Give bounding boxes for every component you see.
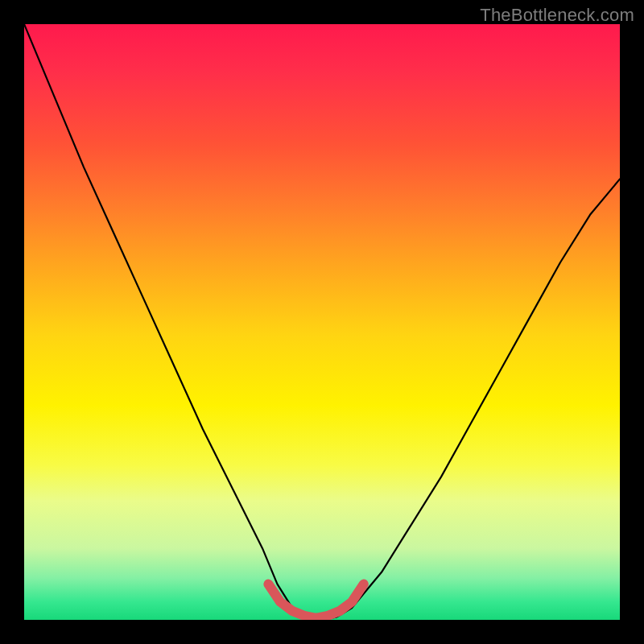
highlight-segment [268,584,363,618]
chart-stage: TheBottleneck.com [0,0,644,644]
bottleneck-curve [24,24,620,620]
plot-area [24,24,620,620]
watermark-text: TheBottleneck.com [480,5,634,26]
curve-layer [24,24,620,620]
